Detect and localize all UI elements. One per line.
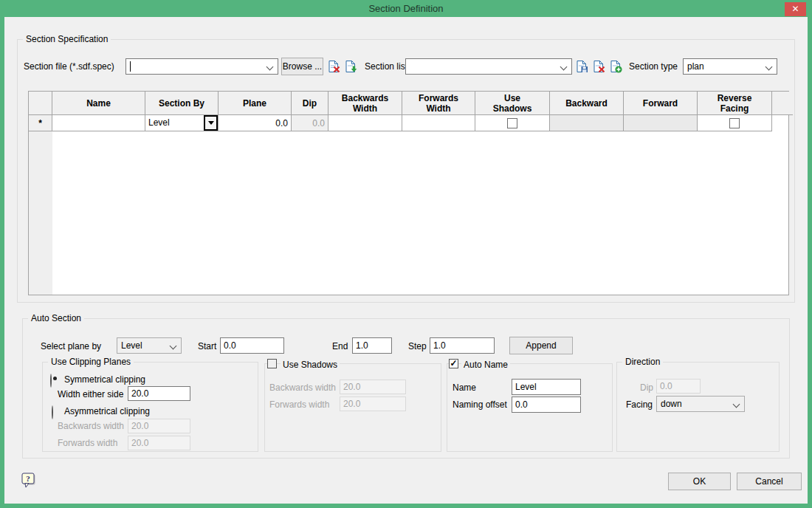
list-save-icon[interactable] — [575, 60, 588, 73]
append-button-label: Append — [526, 340, 556, 351]
dip-input — [656, 379, 701, 394]
text-caret — [130, 61, 131, 72]
grid-header-backward: Backward — [550, 92, 624, 115]
name-label: Name — [453, 382, 476, 393]
chevron-down-icon — [733, 401, 740, 408]
grid-header-filler — [772, 92, 793, 115]
naming-offset-label: Naming offset — [453, 399, 507, 410]
clipping-forwards-width-label: Forwards width — [58, 438, 117, 448]
use-clipping-planes-label: Use Clipping Planes — [48, 357, 134, 367]
asymmetrical-clipping-radio[interactable] — [52, 405, 53, 419]
checkmark-icon: ✓ — [450, 358, 457, 368]
symmetrical-clipping-radio[interactable] — [50, 374, 52, 388]
name-input[interactable] — [512, 379, 581, 395]
grid-header-dip: Dip — [292, 92, 328, 115]
browse-button[interactable]: Browse ... — [281, 58, 323, 75]
grid-header-forward: Forward — [624, 92, 698, 115]
help-icon[interactable]: ? — [21, 473, 36, 489]
shadows-forwards-width-input — [340, 397, 406, 411]
cancel-button[interactable]: Cancel — [737, 473, 802, 490]
append-button[interactable]: Append — [509, 337, 573, 354]
auto-section-group-label: Auto Section — [28, 313, 84, 323]
grid-row-header[interactable]: * — [29, 115, 52, 131]
section-definition-dialog: Section Definition ✕ Section Specificati… — [0, 0, 812, 508]
dropdown-triangle-icon — [208, 121, 214, 125]
section-type-label: Section type — [629, 61, 678, 72]
shadows-backwards-width-input — [340, 380, 406, 394]
close-button[interactable]: ✕ — [785, 2, 806, 16]
naming-offset-input[interactable] — [512, 397, 581, 413]
window-title: Section Definition — [0, 3, 812, 14]
grid-header-reverse-facing: Reverse Facing — [698, 92, 772, 115]
file-delete-icon[interactable] — [327, 60, 340, 73]
facing-label: Facing — [626, 399, 653, 410]
chevron-down-icon — [266, 64, 274, 71]
list-add-icon[interactable] — [609, 60, 622, 73]
new-row-asterisk: * — [38, 118, 42, 128]
facing-combo[interactable]: down — [656, 396, 745, 412]
end-input[interactable] — [352, 337, 392, 354]
grid-header-forwards-width: Forwards Width — [402, 92, 475, 115]
file-import-icon[interactable] — [344, 60, 357, 73]
grid-cell-dip: 0.0 — [292, 115, 328, 131]
grid-cell-plane[interactable]: 0.0 — [219, 115, 292, 131]
grid-cell-use-shadows[interactable] — [475, 115, 550, 131]
grid-header-backwards-width: Backwards Width — [328, 92, 402, 115]
section-type-value: plan — [687, 61, 704, 72]
grid-cell-name[interactable] — [52, 115, 145, 131]
select-plane-by-label: Select plane by — [41, 341, 101, 351]
width-either-side-input[interactable] — [128, 386, 190, 401]
chevron-down-icon — [170, 343, 177, 350]
grid-cell-plane-value: 0.0 — [275, 118, 288, 128]
browse-button-label: Browse ... — [283, 61, 322, 72]
grid-cell-dip-value: 0.0 — [312, 118, 325, 128]
section-specification-group-label: Section Specification — [23, 34, 111, 44]
end-label: End — [332, 341, 348, 351]
auto-name-checkbox[interactable]: ✓ — [449, 359, 458, 368]
grid-header-section-by: Section By — [145, 92, 219, 115]
clipping-backwards-width-input — [128, 419, 190, 433]
cancel-button-label: Cancel — [755, 476, 782, 487]
step-label: Step — [408, 341, 427, 351]
grid-header-name: Name — [52, 92, 145, 115]
section-list-combo[interactable] — [405, 58, 572, 75]
symmetrical-clipping-label: Symmetrical clipping — [64, 374, 145, 385]
chevron-down-icon — [765, 64, 773, 71]
section-file-combo[interactable] — [125, 58, 278, 75]
use-shadows-group-checkbox[interactable] — [267, 359, 277, 368]
chevron-down-icon — [560, 64, 568, 71]
section-file-label: Section file (*.sdf.spec) — [24, 61, 114, 72]
grid-cell-backward — [550, 115, 624, 131]
width-either-side-label: Width either side — [58, 389, 123, 399]
close-icon: ✕ — [791, 4, 799, 14]
grid-corner-header — [29, 92, 52, 115]
grid-section-by-dropdown-button[interactable] — [204, 115, 218, 131]
help-question-glyph: ? — [26, 474, 30, 483]
clipping-forwards-width-input — [128, 436, 190, 450]
reverse-facing-checkbox[interactable] — [729, 118, 740, 128]
grid-cell-backwards-width[interactable] — [328, 115, 402, 131]
ok-button[interactable]: OK — [668, 473, 731, 490]
grid-cell-forwards-width[interactable] — [402, 115, 475, 131]
start-label: Start — [198, 341, 216, 351]
shadows-forwards-width-label: Forwards width — [269, 399, 329, 410]
clipping-backwards-width-label: Backwards width — [58, 421, 124, 431]
grid-header-plane: Plane — [219, 92, 292, 115]
use-shadows-group-label: Use Shadows — [281, 360, 340, 370]
shadows-backwards-width-label: Backwards width — [269, 382, 336, 393]
auto-name-group-label: Auto Name — [461, 360, 510, 370]
direction-group-label: Direction — [622, 357, 663, 367]
use-shadows-checkbox[interactable] — [507, 118, 517, 128]
ok-button-label: OK — [693, 476, 706, 487]
asymmetrical-clipping-label: Asymmetrical clipping — [64, 406, 150, 416]
grid-cell-section-by[interactable]: Level — [145, 115, 219, 131]
grid-cell-reverse-facing[interactable] — [698, 115, 772, 131]
start-input[interactable] — [220, 337, 284, 354]
section-type-combo[interactable]: plan — [683, 58, 777, 75]
select-plane-by-combo[interactable]: Level — [117, 337, 182, 354]
grid-cell-section-by-value: Level — [148, 117, 170, 128]
sections-grid: Name Section By Plane Dip Backwards Widt… — [28, 91, 789, 295]
list-delete-icon[interactable] — [592, 60, 605, 73]
step-input[interactable] — [430, 337, 495, 354]
dip-label: Dip — [640, 382, 653, 393]
